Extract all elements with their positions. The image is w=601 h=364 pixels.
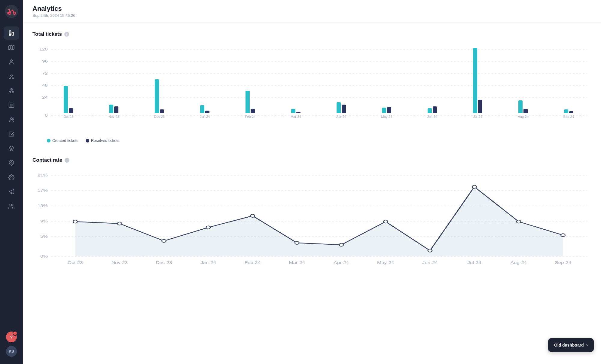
arrow-icon: › [586, 342, 588, 348]
sidebar-help-button[interactable]: ? 1 [6, 332, 17, 342]
sidebar-item-analytics[interactable] [4, 26, 19, 40]
bar-group: Jan-24 [182, 43, 227, 133]
bar-group: Oct-23 [46, 43, 91, 133]
created-bar [428, 108, 432, 113]
bar-group: Mar-24 [273, 43, 319, 133]
bar-group: Aug-24 [500, 43, 546, 133]
svg-point-60 [339, 243, 343, 246]
resolved-bar [296, 112, 300, 113]
svg-point-56 [162, 240, 166, 243]
svg-point-26 [11, 162, 12, 163]
resolved-bar [205, 111, 209, 113]
svg-point-58 [251, 214, 255, 217]
svg-point-65 [561, 234, 565, 237]
bar-group: Apr-24 [319, 43, 364, 133]
charts-container: Total tickets i 120 96 72 48 24 [23, 23, 601, 275]
svg-text:Jun-24: Jun-24 [422, 261, 438, 265]
svg-text:9%: 9% [40, 219, 47, 223]
svg-point-55 [117, 222, 122, 225]
bar-group: Nov-23 [91, 43, 136, 133]
created-bar [200, 105, 204, 113]
sidebar: J [0, 0, 23, 364]
svg-text:5%: 5% [40, 234, 47, 238]
old-dashboard-button[interactable]: Old dashboard › [548, 338, 594, 352]
sidebar-nav [0, 26, 23, 332]
svg-text:Mar-24: Mar-24 [289, 261, 305, 265]
bar-label-wrap: Feb-24 [245, 115, 256, 118]
created-bar [155, 79, 159, 113]
svg-text:Jul-24: Jul-24 [467, 261, 481, 265]
bar-group: May-24 [364, 43, 409, 133]
main-content: Analytics Sep 24th, 2024 15:46:26 Total … [23, 0, 601, 364]
sidebar-item-location[interactable] [4, 156, 19, 170]
bar-label-wrap: Dec-23 [154, 115, 165, 118]
svg-point-14 [11, 60, 13, 62]
sidebar-item-megaphone[interactable] [4, 185, 19, 198]
resolved-bar [342, 105, 346, 113]
svg-text:May-24: May-24 [377, 261, 394, 265]
svg-rect-10 [12, 32, 14, 35]
sidebar-item-settings[interactable] [4, 171, 19, 184]
sidebar-item-ebike[interactable] [4, 84, 19, 97]
svg-point-64 [517, 220, 521, 223]
total-tickets-section: Total tickets i 120 96 72 48 24 [32, 31, 591, 143]
svg-point-23 [11, 118, 13, 120]
resolved-bar [114, 106, 118, 113]
svg-point-24 [12, 118, 14, 119]
svg-marker-25 [9, 146, 14, 148]
bar-group: Dec-23 [137, 43, 182, 133]
resolved-bar [569, 111, 573, 113]
page-title: Analytics [32, 5, 591, 13]
svg-point-27 [11, 177, 12, 178]
sidebar-item-checklist[interactable] [4, 127, 19, 141]
bar-group: Jun-24 [410, 43, 455, 133]
bar-group: Jul-24 [455, 43, 500, 133]
svg-text:Sep-24: Sep-24 [555, 261, 571, 265]
bar-label-wrap: Jan-24 [200, 115, 210, 118]
bar-label-wrap: Jul-24 [473, 115, 482, 118]
svg-point-16 [12, 77, 14, 79]
resolved-bar [433, 106, 437, 113]
sidebar-item-user[interactable] [4, 55, 19, 69]
created-bar [291, 109, 295, 113]
svg-rect-5 [12, 32, 14, 35]
contact-rate-title: Contact rate i [32, 157, 591, 163]
bar-label-wrap: Aug-24 [518, 115, 528, 118]
svg-marker-11 [9, 45, 14, 50]
legend-resolved: Resolved tickets [86, 138, 120, 143]
svg-text:13%: 13% [38, 204, 48, 208]
svg-point-59 [295, 241, 299, 244]
contact-rate-chart: 21% 17% 13% 9% 5% 0% Oct-23Nov [32, 169, 591, 267]
sidebar-item-layers[interactable] [4, 142, 19, 155]
resolved-bar [69, 108, 73, 113]
svg-point-29 [10, 204, 12, 206]
bar-group: Sep-24 [546, 43, 591, 133]
created-bar [518, 100, 523, 113]
svg-point-57 [206, 226, 210, 229]
header: Analytics Sep 24th, 2024 15:46:26 [23, 0, 601, 23]
svg-text:Aug-24: Aug-24 [511, 261, 527, 265]
sidebar-item-team[interactable] [4, 200, 19, 213]
sidebar-item-tickets[interactable] [4, 99, 19, 112]
bar-label-wrap: Apr-24 [336, 115, 346, 118]
created-bar [382, 108, 386, 113]
svg-text:Feb-24: Feb-24 [245, 261, 261, 265]
resolved-bar [387, 107, 391, 113]
sidebar-item-operator[interactable] [4, 113, 19, 126]
bar-label-wrap: May-24 [381, 115, 392, 118]
legend-resolved-dot [86, 139, 89, 142]
bar-label-wrap: Nov-23 [108, 115, 119, 118]
svg-point-28 [11, 193, 12, 194]
total-tickets-title: Total tickets i [32, 31, 591, 37]
total-tickets-info-icon[interactable]: i [64, 32, 69, 37]
logo[interactable]: J [5, 5, 18, 19]
svg-text:17%: 17% [38, 188, 48, 192]
created-bar [64, 86, 68, 113]
svg-point-15 [9, 77, 11, 79]
sidebar-item-bike[interactable] [4, 70, 19, 83]
chart-legend: Created tickets Resolved tickets [32, 138, 591, 143]
sidebar-item-map[interactable] [4, 41, 19, 54]
contact-rate-section: Contact rate i 21% 17% 13% 9% 5% 0% [32, 157, 591, 267]
sidebar-avatar[interactable]: KB [6, 346, 17, 357]
contact-rate-info-icon[interactable]: i [65, 158, 69, 163]
